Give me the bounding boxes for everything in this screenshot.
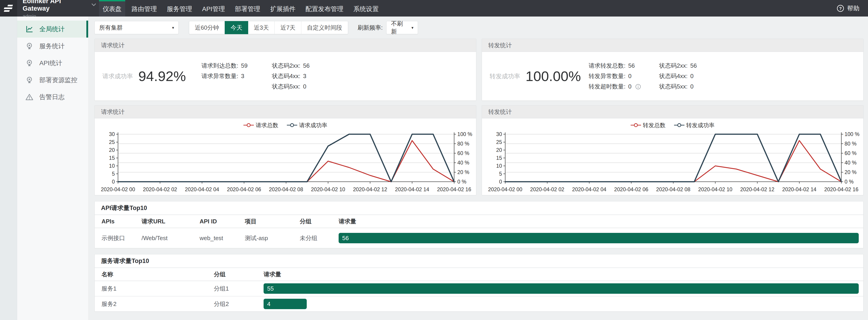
sidebar-item-alert-logs[interactable]: 告警日志 bbox=[17, 88, 88, 106]
legend-item[interactable]: 转发成功率 bbox=[674, 121, 715, 129]
sidebar-item-label: 告警日志 bbox=[39, 93, 65, 101]
svg-text:60 %: 60 % bbox=[457, 150, 469, 156]
nav-item-route-management[interactable]: 路由管理 bbox=[128, 0, 160, 17]
nav-item-config-publish[interactable]: 配置发布管理 bbox=[302, 0, 347, 17]
range-button-last-60min[interactable]: 近60分钟 bbox=[189, 21, 225, 34]
sidebar-item-label: 部署资源监控 bbox=[39, 76, 77, 84]
stat-label: 请求转发总数: bbox=[589, 62, 625, 70]
range-button-last-3days[interactable]: 近3天 bbox=[248, 21, 275, 34]
nav-item-plugin-extensions[interactable]: 扩展插件 bbox=[267, 0, 299, 17]
line-chart-canvas[interactable]: 0510152025300 %20 %40 %60 %80 %100 %2020… bbox=[485, 131, 860, 195]
line-chart-icon bbox=[25, 25, 33, 33]
svg-text:0 %: 0 % bbox=[457, 179, 466, 185]
legend-marker-icon bbox=[287, 123, 297, 127]
card-title: 转发统计 bbox=[482, 106, 863, 118]
svg-text:60 %: 60 % bbox=[844, 150, 857, 156]
cluster-select[interactable]: 所有集群 ▼ bbox=[94, 21, 179, 34]
sidebar-item-global-stats[interactable]: 全局统计 bbox=[17, 21, 88, 37]
legend-label: 转发总数 bbox=[643, 121, 665, 129]
svg-text:10: 10 bbox=[109, 163, 115, 169]
brand-title: Eolinker API Gateway bbox=[23, 0, 88, 12]
legend-label: 请求总数 bbox=[256, 121, 278, 129]
range-button-today[interactable]: 今天 bbox=[225, 21, 248, 34]
cell-api-id: web_test bbox=[199, 228, 245, 248]
legend-item[interactable]: 请求总数 bbox=[243, 121, 278, 129]
table-title: 服务请求量Top10 bbox=[95, 254, 863, 268]
table-title: API请求量Top10 bbox=[95, 201, 863, 215]
legend-item[interactable]: 转发总数 bbox=[631, 121, 665, 129]
svg-text:2020-04-02 00: 2020-04-02 00 bbox=[488, 186, 522, 192]
svg-text:15: 15 bbox=[109, 155, 115, 161]
info-icon[interactable] bbox=[635, 84, 641, 90]
legend-item[interactable]: 请求成功率 bbox=[287, 121, 327, 129]
nav-item-deploy-management[interactable]: 部署管理 bbox=[231, 0, 264, 17]
svg-text:2020-04-02 16: 2020-04-02 16 bbox=[437, 186, 471, 192]
stat-label: 状态码4xx: bbox=[272, 72, 301, 80]
table-row: 服务1 分组1 55 bbox=[95, 281, 863, 296]
card-title: 转发统计 bbox=[482, 39, 863, 52]
stat-value: 3 bbox=[303, 72, 306, 80]
legend-marker-icon bbox=[674, 123, 684, 127]
nav-item-api-management[interactable]: API管理 bbox=[198, 0, 228, 17]
request-count-bar: 4 bbox=[264, 299, 307, 309]
main-nav: 仪表盘 路由管理 服务管理 API管理 部署管理 扩展插件 配置发布管理 系统设… bbox=[98, 0, 383, 17]
line-chart-canvas[interactable]: 0510152025300 %20 %40 %60 %80 %100 %2020… bbox=[98, 131, 473, 195]
forward-summary-card: 转发统计 转发成功率 100.00% 请求转发总数:56 转发异常数量:0 转发… bbox=[482, 39, 864, 101]
svg-text:2020-04-02 04: 2020-04-02 04 bbox=[185, 186, 219, 192]
rate-value: 100.00% bbox=[526, 68, 583, 84]
request-summary-card: 请求统计 请求成功率 94.92% 请求到达总数:59 请求异常数量:3 状态码… bbox=[94, 39, 476, 101]
svg-text:2020-04-02 02: 2020-04-02 02 bbox=[143, 186, 177, 192]
svg-text:15: 15 bbox=[496, 155, 502, 161]
cell-group: 分组1 bbox=[214, 281, 264, 296]
svg-text:0: 0 bbox=[499, 179, 502, 185]
svg-text:5: 5 bbox=[499, 171, 502, 177]
table-header-row: APIs 请求URL API ID 项目 分组 请求量 bbox=[95, 215, 863, 228]
svg-text:2020-04-02 06: 2020-04-02 06 bbox=[614, 186, 648, 192]
stat-value: 0 bbox=[690, 83, 693, 90]
range-button-last-7days[interactable]: 近7天 bbox=[274, 21, 301, 34]
svg-text:2020-04-02 10: 2020-04-02 10 bbox=[698, 186, 733, 192]
col-header-group: 分组 bbox=[214, 268, 264, 281]
svg-text:40 %: 40 % bbox=[457, 160, 469, 166]
warning-triangle-icon bbox=[25, 93, 33, 101]
chart-legend: 请求总数请求成功率 bbox=[98, 119, 473, 131]
svg-text:40 %: 40 % bbox=[844, 160, 857, 166]
help-button[interactable]: ? 帮助 bbox=[836, 0, 868, 17]
request-count-bar: 55 bbox=[264, 283, 859, 294]
nav-item-system-settings[interactable]: 系统设置 bbox=[350, 0, 382, 17]
svg-text:2020-04-02 12: 2020-04-02 12 bbox=[353, 186, 387, 192]
svg-text:2020-04-02 14: 2020-04-02 14 bbox=[782, 186, 816, 192]
nav-item-dashboard[interactable]: 仪表盘 bbox=[99, 0, 125, 17]
request-count-bar: 56 bbox=[339, 233, 859, 243]
stat-value: 0 bbox=[628, 72, 631, 80]
time-range-group: 近60分钟 今天 近3天 近7天 自定义时间段 bbox=[189, 21, 348, 34]
cell-service-name: 服务1 bbox=[101, 281, 214, 296]
chart-legend: 转发总数转发成功率 bbox=[485, 119, 860, 131]
nav-item-service-management[interactable]: 服务管理 bbox=[163, 0, 196, 17]
logo-button[interactable] bbox=[0, 0, 17, 17]
help-icon: ? bbox=[836, 4, 844, 12]
stat-label: 请求到达总数: bbox=[202, 62, 238, 70]
svg-text:20: 20 bbox=[496, 147, 502, 153]
svg-text:?: ? bbox=[839, 6, 842, 11]
refresh-select-value: 不刷新 bbox=[391, 20, 408, 35]
stat-value: 3 bbox=[241, 72, 244, 80]
sidebar-item-deploy-monitor[interactable]: 部署资源监控 bbox=[17, 71, 88, 88]
stat-label: 状态码5xx: bbox=[659, 83, 688, 90]
sidebar-item-service-stats[interactable]: 服务统计 bbox=[17, 37, 88, 55]
stats-column: 请求转发总数:56 转发异常数量:0 转发超时数量:0 bbox=[589, 61, 647, 92]
sidebar-item-label: 全局统计 bbox=[39, 25, 65, 33]
logo-icon bbox=[4, 5, 13, 12]
workspace-switcher[interactable]: Eolinker API Gateway admin bbox=[17, 0, 96, 17]
svg-text:30: 30 bbox=[496, 131, 502, 137]
range-button-custom[interactable]: 自定义时间段 bbox=[301, 21, 348, 34]
sidebar-item-api-stats[interactable]: API统计 bbox=[17, 55, 88, 71]
stat-value: 0 bbox=[303, 83, 306, 90]
col-header-request-count: 请求量 bbox=[264, 268, 859, 281]
refresh-select[interactable]: 不刷新 ▼ bbox=[386, 21, 418, 34]
svg-text:80 %: 80 % bbox=[457, 141, 469, 147]
request-chart-card: 请求统计 请求总数请求成功率 0510152025300 %20 %40 %60… bbox=[94, 105, 476, 195]
top-navbar: Eolinker API Gateway admin 仪表盘 路由管理 服务管理… bbox=[0, 0, 868, 17]
svg-text:25: 25 bbox=[109, 139, 115, 145]
svg-text:80 %: 80 % bbox=[844, 141, 857, 147]
